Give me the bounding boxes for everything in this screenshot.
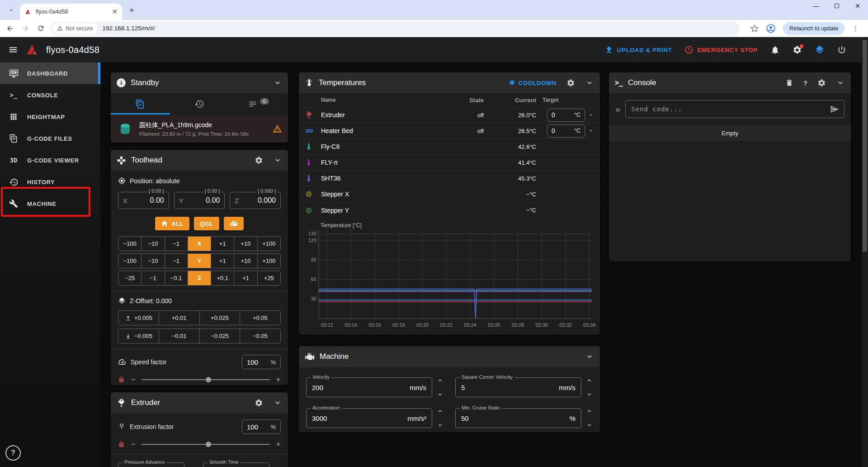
console-settings-icon[interactable] — [817, 79, 826, 87]
current-file-row[interactable]: 圆柱体_PLA_1h9m.gcode Filament: 23.83 m / 7… — [111, 115, 288, 143]
jog-button[interactable]: +1 — [211, 237, 234, 251]
z-offset-button[interactable]: −0.025 — [199, 329, 240, 343]
jog-button[interactable]: −10 — [141, 237, 164, 251]
pressure-advance-field[interactable]: Pressure Advance 0.05 s — [118, 462, 184, 467]
accel-increase-button[interactable] — [437, 408, 443, 415]
window-minimize-button[interactable]: — — [812, 2, 820, 10]
reload-button[interactable] — [35, 23, 46, 34]
toolhead-settings-icon[interactable] — [255, 156, 263, 165]
browser-menu-icon[interactable]: ⋮ — [852, 24, 859, 33]
target-value-input[interactable] — [552, 111, 567, 119]
layers-icon[interactable] — [815, 45, 825, 55]
back-button[interactable] — [5, 23, 15, 34]
speed-decrease-button[interactable]: − — [131, 375, 136, 384]
settings-gear-icon[interactable] — [793, 45, 802, 55]
z-offset-button[interactable]: −0.005 — [118, 329, 159, 343]
z-offset-button[interactable]: −0.05 — [240, 329, 280, 343]
temp-row-fly-c8[interactable]: Fly-C8 42.6°C — [299, 139, 600, 155]
velocity-field[interactable]: Velocity 200 mm/s — [306, 377, 432, 397]
z-offset-button[interactable]: +0.005 — [118, 311, 159, 325]
send-code-input[interactable] — [631, 105, 826, 113]
sidebar-item-gcode-viewer[interactable]: 3D G-CODE VIEWER — [0, 149, 100, 171]
relaunch-to-update-button[interactable]: Relaunch to update — [783, 22, 844, 35]
tab-search-button[interactable] — [5, 4, 17, 16]
temperatures-settings-icon[interactable] — [566, 79, 575, 87]
sidebar-item-console[interactable]: >_ CONSOLE — [0, 84, 100, 106]
sidebar-item-dashboard[interactable]: DASHBOARD — [0, 62, 100, 84]
accel-decrease-button[interactable] — [437, 422, 443, 429]
jog-button[interactable]: +1 — [211, 254, 234, 268]
scrollbar-thumb[interactable] — [863, 40, 867, 252]
upload-and-print-button[interactable]: UPLOAD & PRINT — [604, 45, 672, 54]
jog-button[interactable]: −0.1 — [165, 271, 188, 285]
window-close-button[interactable]: ✕ — [854, 2, 862, 10]
cruise-increase-button[interactable] — [586, 408, 593, 415]
extruder-collapse-icon[interactable] — [273, 398, 282, 407]
extruder-settings-icon[interactable] — [255, 399, 263, 407]
extruder-target-input[interactable]: °C — [547, 109, 585, 122]
z-offset-button[interactable]: +0.01 — [159, 311, 199, 325]
z-offset-button[interactable]: −0.01 — [159, 329, 199, 343]
url-bar[interactable]: Not secure 192.168.1.125/m/#/ — [51, 22, 740, 35]
tab-close-icon[interactable]: ✕ — [112, 8, 118, 16]
toolhead-collapse-icon[interactable] — [273, 156, 282, 165]
console-collapse-icon[interactable] — [836, 78, 845, 87]
square-corner-velocity-field[interactable]: Square Corner Velocity 5 mm/s — [455, 377, 581, 397]
motors-off-button[interactable] — [224, 217, 244, 230]
tab-queue[interactable]: 0 — [229, 93, 288, 114]
extrusion-increase-button[interactable]: + — [276, 440, 281, 448]
cooldown-button[interactable]: ❄ COOLDOWN — [509, 79, 557, 87]
jog-button[interactable]: +100 — [257, 237, 280, 251]
target-dropdown-icon[interactable] — [588, 128, 594, 134]
profile-avatar-icon[interactable] — [766, 24, 776, 33]
jog-button[interactable]: −1 — [141, 271, 164, 285]
app-logo[interactable] — [25, 43, 39, 57]
slider-thumb[interactable] — [206, 442, 211, 447]
file-warning-icon[interactable] — [273, 124, 282, 133]
scv-increase-button[interactable] — [586, 377, 593, 384]
temp-row-sht36[interactable]: SHT36 45.3°C — [299, 171, 600, 186]
target-value-input[interactable] — [552, 127, 567, 134]
extrusion-factor-input[interactable]: 100 % — [242, 419, 281, 434]
temp-row-stepper-y[interactable]: Stepper Y −°C — [299, 202, 600, 218]
jog-button[interactable]: +100 — [257, 254, 280, 268]
speed-factor-input[interactable]: 100 % — [242, 355, 281, 369]
heater-bed-target-input[interactable]: °C — [547, 124, 585, 138]
scv-decrease-button[interactable] — [586, 391, 593, 398]
jog-button[interactable]: −25 — [118, 271, 141, 285]
qgl-button[interactable]: QGL — [194, 217, 219, 230]
smooth-time-field[interactable]: Smooth Time 0.04 s — [203, 462, 269, 467]
temp-row-heater-bed[interactable]: Heater Bed off 26.5°C °C — [299, 123, 600, 139]
jog-button[interactable]: −100 — [118, 237, 141, 251]
sidebar-item-gcode-files[interactable]: G-CODE FILES — [0, 128, 100, 149]
velocity-decrease-button[interactable] — [437, 391, 443, 398]
target-dropdown-icon[interactable] — [588, 112, 594, 118]
lock-icon[interactable] — [118, 441, 125, 448]
temp-row-extruder[interactable]: Extruder off 26.0°C °C — [299, 107, 600, 123]
extrusion-slider[interactable] — [142, 444, 270, 445]
window-maximize-button[interactable] — [833, 2, 841, 10]
forward-button[interactable] — [20, 23, 31, 34]
jog-button[interactable]: +25 — [257, 271, 280, 285]
jog-button[interactable]: +1 — [234, 271, 257, 285]
temperatures-collapse-icon[interactable] — [585, 78, 594, 87]
jog-button[interactable]: +0.1 — [211, 271, 234, 285]
temp-row-fly-pi[interactable]: FLY-π 41.4°C — [299, 155, 600, 171]
console-expand-icon[interactable]: » — [615, 105, 620, 114]
tab-history[interactable] — [170, 93, 229, 114]
z-offset-button[interactable]: +0.05 — [240, 311, 280, 325]
sidebar-item-heightmap[interactable]: HEIGHTMAP — [0, 106, 100, 128]
jog-button[interactable]: −100 — [118, 254, 141, 268]
notifications-bell-icon[interactable] — [770, 45, 780, 55]
browser-tab[interactable]: flyos-0a4d58 ✕ — [20, 4, 122, 20]
velocity-increase-button[interactable] — [437, 377, 443, 384]
jog-button[interactable]: −10 — [141, 254, 164, 268]
bookmark-star-icon[interactable] — [750, 24, 759, 33]
jog-button[interactable]: −1 — [165, 254, 188, 268]
cruise-decrease-button[interactable] — [586, 422, 593, 429]
console-help-icon[interactable]: ? — [803, 79, 807, 87]
jog-button[interactable]: +10 — [234, 237, 257, 251]
sidebar-item-history[interactable]: HISTORY — [0, 171, 100, 193]
emergency-stop-button[interactable]: EMERGENCY STOP — [684, 45, 758, 54]
sidebar-item-machine[interactable]: MACHINE — [0, 193, 100, 214]
